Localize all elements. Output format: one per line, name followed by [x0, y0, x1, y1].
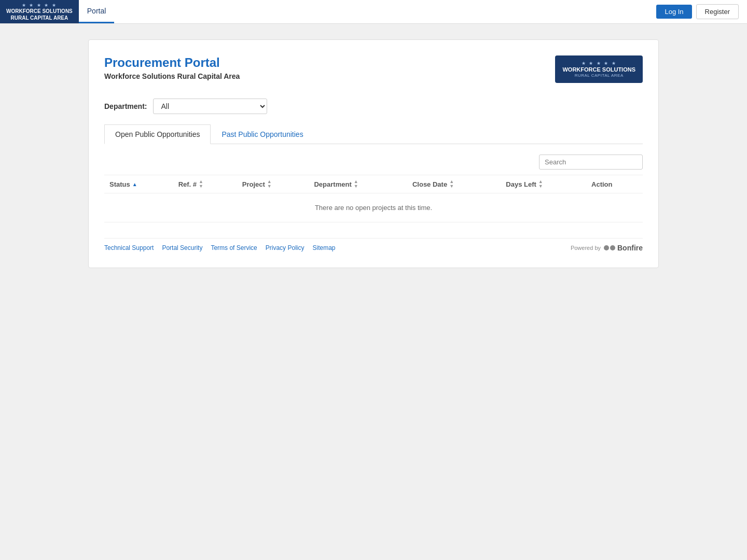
badge-stars: ★ ★ ★ ★ ★ — [562, 61, 635, 66]
logo-stars: ★ ★ ★ ★ ★ — [6, 3, 73, 8]
portal-nav-link[interactable]: Portal — [79, 0, 115, 23]
col-project: Project ▲▼ — [237, 175, 309, 193]
logo-text: WORKFORCE SOLUTIONS RURAL CAPITAL AREA — [6, 8, 73, 21]
badge-line1: WORKFORCE SOLUTIONS — [562, 66, 635, 73]
tabs-container: Open Public Opportunities Past Public Op… — [104, 124, 643, 144]
portal-header: Procurement Portal Workforce Solutions R… — [104, 55, 643, 83]
col-action: Action — [586, 175, 643, 193]
sort-project-icon[interactable]: ▲▼ — [267, 179, 272, 189]
bonfire-circle-1 — [604, 245, 609, 250]
footer: Technical Support Portal Security Terms … — [104, 238, 643, 252]
table-empty-row: There are no open projects at this time. — [104, 193, 643, 222]
footer-link-sitemap[interactable]: Sitemap — [312, 244, 335, 251]
footer-link-portal-security[interactable]: Portal Security — [162, 244, 202, 251]
department-select[interactable]: All — [153, 99, 267, 114]
opportunities-table: Status ▲ Ref. # ▲▼ Project ▲▼ — [104, 175, 643, 222]
nav-left: ★ ★ ★ ★ ★ WORKFORCE SOLUTIONS RURAL CAPI… — [0, 0, 114, 23]
bonfire-circle-2 — [610, 245, 615, 250]
sort-status-icon[interactable]: ▲ — [132, 181, 137, 187]
col-department-label: Department — [314, 180, 351, 188]
top-nav: ★ ★ ★ ★ ★ WORKFORCE SOLUTIONS RURAL CAPI… — [0, 0, 747, 24]
empty-message: There are no open projects at this time. — [104, 193, 643, 222]
col-department: Department ▲▼ — [309, 175, 407, 193]
sort-ref-icon[interactable]: ▲▼ — [199, 179, 203, 189]
nav-right: Log In Register — [656, 4, 747, 19]
powered-by-label: Powered by — [571, 245, 601, 251]
col-project-label: Project — [242, 180, 265, 188]
search-row — [104, 155, 643, 170]
org-logo-badge: ★ ★ ★ ★ ★ WORKFORCE SOLUTIONS RURAL CAPI… — [555, 55, 643, 83]
main-content: Procurement Portal Workforce Solutions R… — [88, 39, 659, 268]
department-label: Department: — [104, 102, 147, 110]
bonfire-circles — [604, 245, 615, 250]
col-close-date: Close Date ▲▼ — [407, 175, 501, 193]
site-logo: ★ ★ ★ ★ ★ WORKFORCE SOLUTIONS RURAL CAPI… — [0, 0, 79, 23]
col-ref-label: Ref. # — [178, 180, 197, 188]
bonfire-logo: Bonfire — [604, 244, 643, 252]
col-status-label: Status — [109, 180, 130, 188]
col-days-left: Days Left ▲▼ — [501, 175, 586, 193]
portal-title-block: Procurement Portal Workforce Solutions R… — [104, 55, 240, 80]
footer-link-tech-support[interactable]: Technical Support — [104, 244, 154, 251]
tab-open-opportunities[interactable]: Open Public Opportunities — [104, 124, 211, 144]
powered-by: Powered by Bonfire — [571, 244, 643, 252]
col-days-left-label: Days Left — [506, 180, 536, 188]
sort-days-left-icon[interactable]: ▲▼ — [538, 179, 543, 189]
tab-past-opportunities[interactable]: Past Public Opportunities — [211, 124, 314, 144]
col-status: Status ▲ — [104, 175, 173, 193]
footer-links: Technical Support Portal Security Terms … — [104, 244, 336, 251]
portal-subtitle: Workforce Solutions Rural Capital Area — [104, 72, 240, 80]
badge-line2: RURAL CAPITAL AREA — [562, 73, 635, 78]
footer-link-privacy[interactable]: Privacy Policy — [266, 244, 305, 251]
col-close-date-label: Close Date — [412, 180, 447, 188]
sort-close-date-icon[interactable]: ▲▼ — [449, 179, 454, 189]
sort-department-icon[interactable]: ▲▼ — [354, 179, 358, 189]
footer-link-terms[interactable]: Terms of Service — [211, 244, 257, 251]
search-input[interactable] — [539, 155, 643, 170]
col-action-label: Action — [591, 180, 612, 188]
login-button[interactable]: Log In — [656, 5, 691, 19]
department-row: Department: All — [104, 99, 643, 114]
portal-title: Procurement Portal — [104, 55, 240, 70]
register-button[interactable]: Register — [696, 4, 739, 19]
bonfire-name: Bonfire — [617, 244, 643, 252]
col-ref: Ref. # ▲▼ — [173, 175, 237, 193]
